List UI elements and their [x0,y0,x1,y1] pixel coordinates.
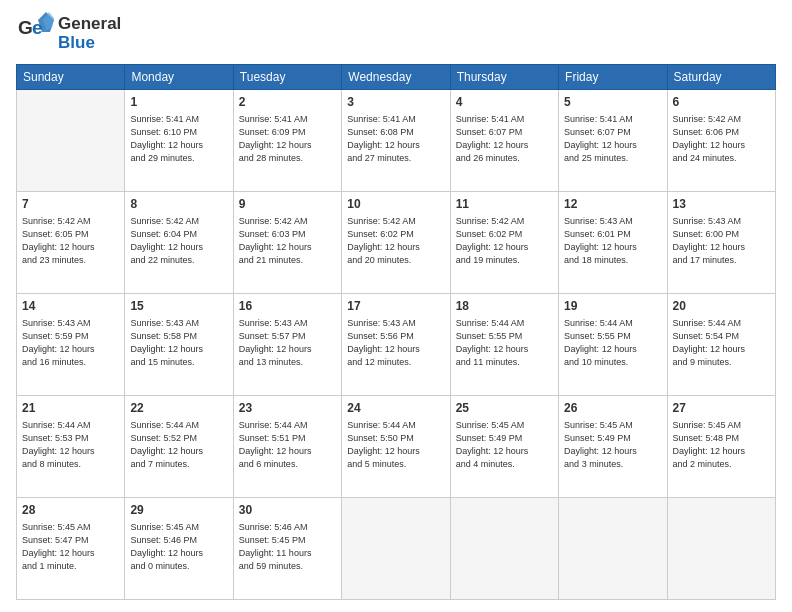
day-header-saturday: Saturday [667,65,775,90]
calendar-cell: 27Sunrise: 5:45 AMSunset: 5:48 PMDayligh… [667,396,775,498]
calendar-cell: 13Sunrise: 5:43 AMSunset: 6:00 PMDayligh… [667,192,775,294]
calendar-cell: 21Sunrise: 5:44 AMSunset: 5:53 PMDayligh… [17,396,125,498]
day-info: Sunrise: 5:42 AMSunset: 6:06 PMDaylight:… [673,113,770,165]
day-info: Sunrise: 5:44 AMSunset: 5:51 PMDaylight:… [239,419,336,471]
day-number: 28 [22,502,119,519]
day-header-wednesday: Wednesday [342,65,450,90]
day-info: Sunrise: 5:44 AMSunset: 5:53 PMDaylight:… [22,419,119,471]
day-info: Sunrise: 5:45 AMSunset: 5:47 PMDaylight:… [22,521,119,573]
calendar-week-1: 1Sunrise: 5:41 AMSunset: 6:10 PMDaylight… [17,90,776,192]
calendar-body: 1Sunrise: 5:41 AMSunset: 6:10 PMDaylight… [17,90,776,600]
day-info: Sunrise: 5:41 AMSunset: 6:09 PMDaylight:… [239,113,336,165]
calendar-cell [450,498,558,600]
day-header-friday: Friday [559,65,667,90]
day-number: 23 [239,400,336,417]
calendar-cell: 3Sunrise: 5:41 AMSunset: 6:08 PMDaylight… [342,90,450,192]
day-number: 4 [456,94,553,111]
calendar-cell: 6Sunrise: 5:42 AMSunset: 6:06 PMDaylight… [667,90,775,192]
calendar-cell: 24Sunrise: 5:44 AMSunset: 5:50 PMDayligh… [342,396,450,498]
calendar-cell: 14Sunrise: 5:43 AMSunset: 5:59 PMDayligh… [17,294,125,396]
day-info: Sunrise: 5:43 AMSunset: 6:00 PMDaylight:… [673,215,770,267]
header: G e General Blue [16,12,776,56]
day-info: Sunrise: 5:44 AMSunset: 5:54 PMDaylight:… [673,317,770,369]
day-info: Sunrise: 5:43 AMSunset: 6:01 PMDaylight:… [564,215,661,267]
day-number: 18 [456,298,553,315]
day-header-tuesday: Tuesday [233,65,341,90]
page: G e General Blue SundayMondayTuesdayWedn… [0,0,792,612]
day-header-monday: Monday [125,65,233,90]
calendar-header: SundayMondayTuesdayWednesdayThursdayFrid… [17,65,776,90]
calendar-cell [667,498,775,600]
day-info: Sunrise: 5:44 AMSunset: 5:52 PMDaylight:… [130,419,227,471]
calendar-cell [17,90,125,192]
day-number: 3 [347,94,444,111]
logo-blue-text: Blue [58,34,121,53]
day-info: Sunrise: 5:44 AMSunset: 5:55 PMDaylight:… [564,317,661,369]
day-info: Sunrise: 5:44 AMSunset: 5:50 PMDaylight:… [347,419,444,471]
calendar-cell: 20Sunrise: 5:44 AMSunset: 5:54 PMDayligh… [667,294,775,396]
calendar-table: SundayMondayTuesdayWednesdayThursdayFrid… [16,64,776,600]
logo-svg: G e [16,12,54,56]
calendar-cell: 7Sunrise: 5:42 AMSunset: 6:05 PMDaylight… [17,192,125,294]
calendar-cell: 5Sunrise: 5:41 AMSunset: 6:07 PMDaylight… [559,90,667,192]
day-header-sunday: Sunday [17,65,125,90]
calendar-cell: 8Sunrise: 5:42 AMSunset: 6:04 PMDaylight… [125,192,233,294]
day-info: Sunrise: 5:43 AMSunset: 5:58 PMDaylight:… [130,317,227,369]
day-number: 27 [673,400,770,417]
day-info: Sunrise: 5:42 AMSunset: 6:02 PMDaylight:… [456,215,553,267]
day-info: Sunrise: 5:44 AMSunset: 5:55 PMDaylight:… [456,317,553,369]
svg-text:G: G [18,17,33,38]
day-info: Sunrise: 5:42 AMSunset: 6:05 PMDaylight:… [22,215,119,267]
day-info: Sunrise: 5:42 AMSunset: 6:02 PMDaylight:… [347,215,444,267]
day-number: 25 [456,400,553,417]
calendar-cell: 9Sunrise: 5:42 AMSunset: 6:03 PMDaylight… [233,192,341,294]
calendar-cell [559,498,667,600]
calendar-cell: 1Sunrise: 5:41 AMSunset: 6:10 PMDaylight… [125,90,233,192]
calendar-week-3: 14Sunrise: 5:43 AMSunset: 5:59 PMDayligh… [17,294,776,396]
calendar-cell: 18Sunrise: 5:44 AMSunset: 5:55 PMDayligh… [450,294,558,396]
calendar-cell: 16Sunrise: 5:43 AMSunset: 5:57 PMDayligh… [233,294,341,396]
calendar-cell: 15Sunrise: 5:43 AMSunset: 5:58 PMDayligh… [125,294,233,396]
day-number: 5 [564,94,661,111]
calendar-cell: 19Sunrise: 5:44 AMSunset: 5:55 PMDayligh… [559,294,667,396]
day-number: 24 [347,400,444,417]
calendar-cell: 4Sunrise: 5:41 AMSunset: 6:07 PMDaylight… [450,90,558,192]
calendar-cell: 22Sunrise: 5:44 AMSunset: 5:52 PMDayligh… [125,396,233,498]
day-number: 7 [22,196,119,213]
day-number: 20 [673,298,770,315]
day-number: 30 [239,502,336,519]
day-info: Sunrise: 5:43 AMSunset: 5:59 PMDaylight:… [22,317,119,369]
day-number: 9 [239,196,336,213]
calendar-cell: 10Sunrise: 5:42 AMSunset: 6:02 PMDayligh… [342,192,450,294]
day-info: Sunrise: 5:41 AMSunset: 6:08 PMDaylight:… [347,113,444,165]
day-number: 17 [347,298,444,315]
calendar-cell [342,498,450,600]
calendar-cell: 28Sunrise: 5:45 AMSunset: 5:47 PMDayligh… [17,498,125,600]
logo-general-text: General [58,15,121,34]
day-number: 14 [22,298,119,315]
day-number: 16 [239,298,336,315]
calendar-cell: 23Sunrise: 5:44 AMSunset: 5:51 PMDayligh… [233,396,341,498]
day-number: 29 [130,502,227,519]
day-info: Sunrise: 5:41 AMSunset: 6:10 PMDaylight:… [130,113,227,165]
calendar-week-4: 21Sunrise: 5:44 AMSunset: 5:53 PMDayligh… [17,396,776,498]
day-number: 2 [239,94,336,111]
day-number: 11 [456,196,553,213]
day-number: 13 [673,196,770,213]
day-info: Sunrise: 5:45 AMSunset: 5:49 PMDaylight:… [564,419,661,471]
logo: G e General Blue [16,12,121,56]
day-info: Sunrise: 5:46 AMSunset: 5:45 PMDaylight:… [239,521,336,573]
day-info: Sunrise: 5:41 AMSunset: 6:07 PMDaylight:… [456,113,553,165]
calendar-cell: 17Sunrise: 5:43 AMSunset: 5:56 PMDayligh… [342,294,450,396]
day-number: 19 [564,298,661,315]
day-number: 1 [130,94,227,111]
calendar-cell: 30Sunrise: 5:46 AMSunset: 5:45 PMDayligh… [233,498,341,600]
calendar-cell: 11Sunrise: 5:42 AMSunset: 6:02 PMDayligh… [450,192,558,294]
days-of-week-row: SundayMondayTuesdayWednesdayThursdayFrid… [17,65,776,90]
day-info: Sunrise: 5:43 AMSunset: 5:56 PMDaylight:… [347,317,444,369]
day-info: Sunrise: 5:45 AMSunset: 5:46 PMDaylight:… [130,521,227,573]
day-number: 22 [130,400,227,417]
calendar-week-5: 28Sunrise: 5:45 AMSunset: 5:47 PMDayligh… [17,498,776,600]
day-number: 26 [564,400,661,417]
day-info: Sunrise: 5:45 AMSunset: 5:49 PMDaylight:… [456,419,553,471]
